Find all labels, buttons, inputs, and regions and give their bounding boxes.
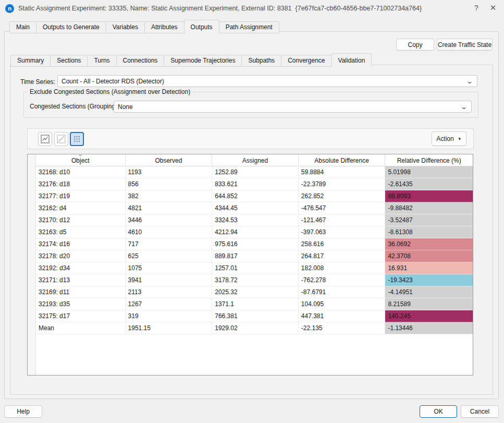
column-header-relative-difference[interactable]: Relative Difference (%): [385, 154, 473, 166]
window-close-button[interactable]: ✕: [484, 0, 502, 16]
subtab-turns[interactable]: Turns: [87, 55, 116, 67]
cell-object[interactable]: 32174: d16: [36, 238, 126, 250]
column-header-object[interactable]: Object⌄: [36, 154, 126, 166]
cell-absolute_difference[interactable]: 59.8884: [299, 166, 386, 178]
cell-observed[interactable]: 3941: [126, 274, 213, 286]
cell-object[interactable]: 32170: d12: [36, 214, 126, 226]
subtab-connections[interactable]: Connections: [116, 55, 165, 67]
cell-object[interactable]: Mean: [36, 322, 126, 334]
cell-observed[interactable]: 1267: [126, 298, 213, 310]
cell-relative_difference[interactable]: -3.52487: [385, 214, 473, 226]
cell-object[interactable]: 32178: d20: [36, 250, 126, 262]
congested-sections-grouping-combobox[interactable]: None ⌄: [114, 101, 472, 113]
cell-object[interactable]: 32163: d5: [36, 226, 126, 238]
column-header-observed[interactable]: Observed: [126, 154, 213, 166]
line-chart-view-button[interactable]: [38, 132, 52, 146]
cell-relative_difference[interactable]: -8.61308: [385, 226, 473, 238]
cell-assigned[interactable]: 644.852: [212, 190, 299, 202]
cell-object[interactable]: 32171: d13: [36, 274, 126, 286]
cell-observed[interactable]: 856: [126, 178, 213, 190]
cell-absolute_difference[interactable]: 447.381: [299, 310, 386, 322]
cell-absolute_difference[interactable]: 104.095: [299, 298, 386, 310]
cell-assigned[interactable]: 3324.53: [212, 214, 299, 226]
cell-absolute_difference[interactable]: 262.852: [299, 190, 386, 202]
cell-observed[interactable]: 4610: [126, 226, 213, 238]
cell-object[interactable]: 32192: d34: [36, 262, 126, 274]
window-help-button[interactable]: ?: [468, 0, 485, 16]
cell-assigned[interactable]: 766.381: [212, 310, 299, 322]
regression-plot-view-button[interactable]: [54, 132, 68, 146]
subtab-supernode-trajectories[interactable]: Supernode Trajectories: [164, 55, 242, 67]
tab-outputs-to-generate[interactable]: Outputs to Generate: [36, 21, 106, 33]
column-header-absolute-difference[interactable]: Absolute Difference: [299, 154, 386, 166]
cell-assigned[interactable]: 2025.32: [212, 286, 299, 298]
ok-button[interactable]: OK: [420, 405, 457, 418]
cell-relative_difference[interactable]: 5.01998: [385, 166, 473, 178]
time-series-combobox[interactable]: Count - All - Detector RDS (Detector) ⌄: [57, 75, 477, 87]
cell-absolute_difference[interactable]: -121.467: [299, 214, 386, 226]
action-dropdown-button[interactable]: Action ▼: [432, 131, 466, 146]
cell-relative_difference[interactable]: -4.14951: [385, 286, 473, 298]
tab-main[interactable]: Main: [9, 21, 36, 33]
copy-button[interactable]: Copy: [396, 39, 434, 51]
cell-observed[interactable]: 1193: [126, 166, 213, 178]
cell-object[interactable]: 32177: d19: [36, 190, 126, 202]
tab-path-assignment[interactable]: Path Assignment: [219, 21, 279, 33]
cell-observed[interactable]: 4821: [126, 202, 213, 214]
cell-absolute_difference[interactable]: 264.817: [299, 250, 386, 262]
column-header-assigned[interactable]: Assigned: [212, 154, 299, 166]
cell-assigned[interactable]: 833.621: [212, 178, 299, 190]
subtab-convergence[interactable]: Convergence: [281, 55, 331, 67]
cell-absolute_difference[interactable]: -397.063: [299, 226, 386, 238]
cancel-button[interactable]: Cancel: [461, 405, 499, 418]
cell-relative_difference[interactable]: -2.61435: [385, 178, 473, 190]
help-button[interactable]: Help: [4, 405, 42, 418]
cell-assigned[interactable]: 889.817: [212, 250, 299, 262]
cell-assigned[interactable]: 1371.1: [212, 298, 299, 310]
cell-observed[interactable]: 3446: [126, 214, 213, 226]
cell-relative_difference[interactable]: -19.3423: [385, 274, 473, 286]
cell-assigned[interactable]: 4344.45: [212, 202, 299, 214]
cell-object[interactable]: 32175: d17: [36, 310, 126, 322]
cell-assigned[interactable]: 1252.89: [212, 166, 299, 178]
cell-observed[interactable]: 319: [126, 310, 213, 322]
cell-absolute_difference[interactable]: 182.008: [299, 262, 386, 274]
title-bar[interactable]: n Static Assignment Experiment: 33335, N…: [0, 0, 504, 17]
cell-observed[interactable]: 1075: [126, 262, 213, 274]
tab-outputs[interactable]: Outputs: [184, 20, 219, 34]
cell-object[interactable]: 32162: d4: [36, 202, 126, 214]
cell-relative_difference[interactable]: 36.0692: [385, 238, 473, 250]
cell-absolute_difference[interactable]: -762.278: [299, 274, 386, 286]
table-view-button[interactable]: [70, 132, 84, 146]
cell-observed[interactable]: 2113: [126, 286, 213, 298]
cell-relative_difference[interactable]: 42.3708: [385, 250, 473, 262]
cell-absolute_difference[interactable]: -22.3789: [299, 178, 386, 190]
cell-relative_difference[interactable]: -9.88482: [385, 202, 473, 214]
cell-relative_difference[interactable]: 68.8093: [385, 190, 473, 202]
subtab-subpaths[interactable]: Subpaths: [241, 55, 281, 67]
cell-observed[interactable]: 717: [126, 238, 213, 250]
cell-object[interactable]: 32169: d11: [36, 286, 126, 298]
cell-assigned[interactable]: 975.616: [212, 238, 299, 250]
cell-assigned[interactable]: 3178.72: [212, 274, 299, 286]
cell-assigned[interactable]: 4212.94: [212, 226, 299, 238]
cell-object[interactable]: 32176: d18: [36, 178, 126, 190]
cell-relative_difference[interactable]: 8.21589: [385, 298, 473, 310]
subtab-summary[interactable]: Summary: [10, 55, 51, 67]
cell-observed[interactable]: 625: [126, 250, 213, 262]
tab-variables[interactable]: Variables: [106, 21, 145, 33]
cell-absolute_difference[interactable]: -22.135: [299, 322, 386, 334]
cell-relative_difference[interactable]: 140.245: [385, 310, 473, 322]
cell-observed[interactable]: 382: [126, 190, 213, 202]
tab-attributes[interactable]: Attributes: [144, 21, 185, 33]
cell-relative_difference[interactable]: -1.13446: [385, 322, 473, 334]
cell-assigned[interactable]: 1929.02: [212, 322, 299, 334]
cell-absolute_difference[interactable]: -476.547: [299, 202, 386, 214]
cell-assigned[interactable]: 1257.01: [212, 262, 299, 274]
cell-absolute_difference[interactable]: -87.6791: [299, 286, 386, 298]
cell-observed[interactable]: 1951.15: [126, 322, 213, 334]
subtab-validation[interactable]: Validation: [331, 53, 372, 67]
cell-relative_difference[interactable]: 16.931: [385, 262, 473, 274]
cell-absolute_difference[interactable]: 258.616: [299, 238, 386, 250]
cell-object[interactable]: 32168: d10: [36, 166, 126, 178]
